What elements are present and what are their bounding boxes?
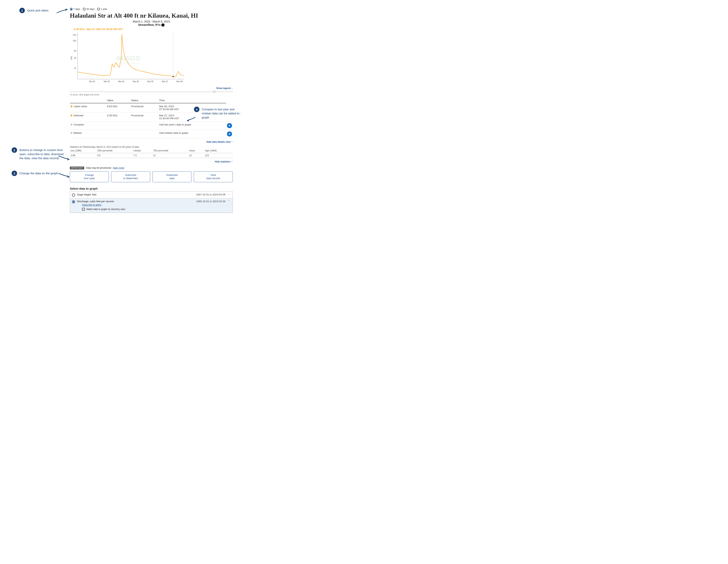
learn-more-link[interactable]: learn more [113,167,124,169]
stats-table: low (1986)25th percentilemedian75th perc… [70,148,233,158]
slider-track [70,92,233,92]
svg-text:50: 50 [74,50,76,52]
annotation-badge: 2 [12,147,17,153]
parameter-title: Streamflow, ft³/s i [70,23,233,27]
annotation-badge: 3 [12,171,17,176]
table-header: Status [130,98,158,103]
radio-icon [97,8,100,10]
chart-hover-label: 8.39 ft3/s - Mar 07, 2023 01:40:00 PM HS… [74,28,233,31]
quick-pick-30-days[interactable]: 30 days [83,8,94,10]
hide-details-toggle[interactable]: Hide data details view ⌃ [206,141,233,143]
streamflow-chart[interactable]: ≋USGSscience for a changing world1530501… [70,31,186,85]
add-to-graph-button[interactable]: + [227,123,232,128]
parameter-list: Gage height, feet2007-10-01 to 2023-03-0… [70,191,233,213]
stats-caption: Statistics for Wednesday, March 8, 2023 … [70,146,233,148]
status-dot-icon [71,132,72,134]
annotation-arrow-icon [56,9,70,15]
radio-icon [72,194,75,197]
chevron-up-icon: ⌃ [231,141,233,143]
svg-text:Mar 06: Mar 06 [147,81,153,83]
svg-text:Mar 07: Mar 07 [162,81,168,83]
parameter-row[interactable]: Gage height, feet2007-10-01 to 2023-03-0… [70,192,233,198]
annotation-text: Quick pick dates [27,8,48,12]
chevron-up-icon: ⌃ [231,161,233,163]
slider-thumb[interactable] [213,91,216,93]
table-header [70,98,106,103]
svg-text:≋USGS: ≋USGS [116,55,140,62]
table-header: Time [158,98,226,103]
select-data-header: Select data to graph [70,187,233,190]
subscribe-alerts-link[interactable]: Subscribe to alerts [82,204,101,206]
main-panel: 7 days30 days1 year Halaulani Str at Alt… [70,8,233,213]
chart-container[interactable]: ≋USGSscience for a changing world1530501… [70,31,233,85]
action-view-button[interactable]: Viewdata records [194,171,233,182]
important-badge: IMPORTANT [70,167,84,170]
table-header: Value [106,98,130,103]
parameter-title-text: Streamflow, ft³/s [138,23,161,26]
checkbox-icon [82,208,85,211]
parameter-row[interactable]: Discharge, cubic feet per secondSubscrib… [70,198,233,213]
status-dot-icon [71,115,72,116]
svg-text:150: 150 [73,34,76,36]
chevron-down-icon[interactable]: ⌄ [227,193,231,196]
action-download-button[interactable]: Downloaddata [152,171,191,182]
action-change-button[interactable]: Changetime span [70,171,109,182]
time-range-slider[interactable] [70,90,233,93]
site-title: Halaulani Str at Alt 400 ft nr Kilauea, … [70,12,233,19]
important-notice: IMPORTANT Data may be provisional - lear… [70,167,233,170]
status-dot-icon [71,106,72,107]
show-legend-toggle[interactable]: Show legend ⌄ [216,87,233,90]
chevron-down-icon: ⌄ [231,87,233,89]
table-row: MedianAdd median data to graph+ [70,130,233,138]
show-legend-row: Show legend ⌄ [70,87,233,90]
important-text: Data may be provisional - [86,167,113,169]
page-root: 1 Quick pick dates 2 Buttons to change t… [8,8,233,213]
svg-text:Mar 05: Mar 05 [133,81,139,83]
svg-text:Mar 03: Mar 03 [104,81,110,83]
radio-icon [70,8,73,10]
svg-text:Mar 08: Mar 08 [176,81,183,83]
table-row: CompareAdd last year's data to graph+ [70,122,233,130]
hide-stats-toggle[interactable]: Hide statistics ⌃ [215,160,233,163]
table-row: Latest value8.65 ft3/sProvisionalMar 08,… [70,103,233,113]
annotation-badge: 1 [19,8,25,13]
date-range: March 1, 2023 - March 8, 2023 [70,20,233,23]
action-subscribe-button[interactable]: Subscribeto WaterAlert [111,171,150,182]
zoom-hint: To zoom, click graph and scroll [70,94,233,96]
svg-text:30: 30 [74,57,76,59]
annotation-text: Change the data on the graph [19,171,58,175]
status-dot-icon [71,124,72,126]
radio-icon [83,8,86,10]
info-icon[interactable]: i [161,23,164,27]
annotation-gutter-left [8,8,70,213]
add-to-graph-button[interactable]: + [227,132,232,137]
chevron-up-icon[interactable]: ⌃ [227,200,231,203]
quick-pick-1-year[interactable]: 1 year [97,8,107,10]
table-row: Selected8.39 ft3/sProvisionalMar 07, 202… [70,113,233,122]
secondary-axis-checkbox[interactable]: Select data to graph on second y-axis [82,208,125,211]
svg-text:100: 100 [73,40,76,42]
svg-text:15: 15 [74,67,76,69]
action-button-row: Changetime spanSubscribeto WaterAlertDow… [70,171,233,182]
svg-text:Mar 02: Mar 02 [89,81,95,83]
radio-icon [72,200,75,204]
svg-text:ft3/s: ft3/s [70,56,73,60]
data-summary-table: ValueStatusTime Latest value8.65 ft3/sPr… [70,98,233,138]
svg-text:Mar 04: Mar 04 [118,81,124,83]
quick-pick-row: 7 days30 days1 year [70,8,233,10]
quick-pick-7-days[interactable]: 7 days [70,8,80,10]
svg-point-30 [172,76,174,77]
